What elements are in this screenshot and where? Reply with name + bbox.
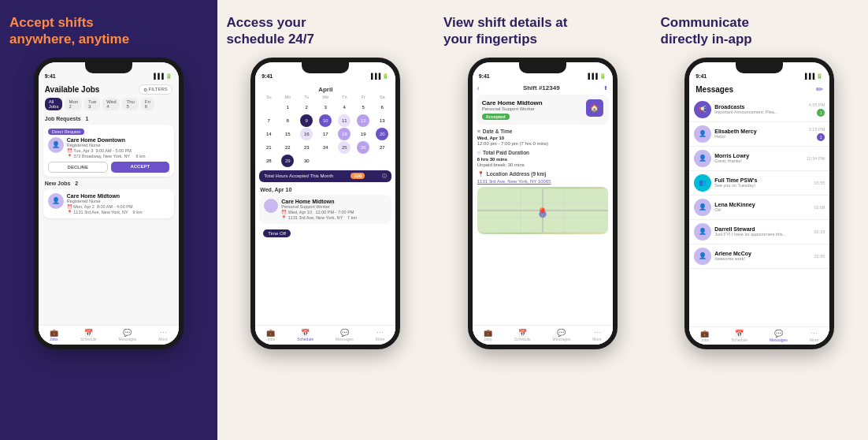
msg-item-broadcasts[interactable]: 📢 Broadcasts Important Announcement: Ple… bbox=[689, 98, 829, 122]
compose-icon[interactable]: ✏ bbox=[816, 84, 823, 95]
p2-nav-schedule[interactable]: 📅Schedule bbox=[297, 329, 313, 341]
msg-item-lena[interactable]: 👤 Lena McKinney Ok! 02:08 bbox=[689, 196, 829, 220]
cal-cell-11[interactable]: 11 bbox=[338, 114, 351, 127]
cal-cell[interactable]: 8 bbox=[281, 114, 294, 127]
cal-cell-29[interactable]: 29 bbox=[281, 155, 294, 167]
cal-cell[interactable]: 7 bbox=[262, 114, 275, 127]
tab-wed[interactable]: Wed4 bbox=[102, 98, 120, 110]
tab-tue[interactable]: Tue3 bbox=[84, 98, 100, 110]
cal-cell[interactable]: 1 bbox=[281, 101, 294, 114]
p3-nav-more[interactable]: ⋯More bbox=[592, 329, 601, 341]
cal-cell[interactable]: 6 bbox=[376, 101, 388, 114]
status-icons-2: ▐▐▐ 🔋 bbox=[369, 73, 389, 80]
p1-available-jobs-title: Available Jobs bbox=[45, 85, 100, 94]
p4-nav-schedule[interactable]: 📅Schedule bbox=[731, 330, 747, 342]
cal-cell[interactable]: 22 bbox=[281, 141, 294, 154]
p2-nav-jobs[interactable]: 💼Jobs bbox=[266, 329, 275, 341]
p3-duration-section: ○ Total Paid Duration 6 hrs 30 mins Unpa… bbox=[473, 148, 613, 170]
cal-cell[interactable]: 21 bbox=[262, 141, 275, 154]
p1-downtown-name: Care Home Downtown bbox=[67, 137, 146, 143]
accept-button[interactable]: ACCEPT bbox=[111, 162, 169, 173]
messages-icon-3: 💬 bbox=[553, 329, 571, 337]
p1-nav-messages[interactable]: 💬Messages bbox=[119, 329, 137, 341]
p1-filters-btn[interactable]: ⚙ FILTERS bbox=[139, 84, 172, 95]
p1-avatar-midtown: 👤 bbox=[48, 193, 64, 209]
p1-tabs: AllJobs Mon2 Tue3 Wed4 Thu5 Fri6 bbox=[39, 98, 179, 114]
p1-nav-more[interactable]: ⋯More bbox=[158, 329, 167, 341]
msg-item-darrell[interactable]: 👤 Darrell Steward Just FYI I have an app… bbox=[689, 220, 829, 244]
p2-job-card: Care Home Midtown Personal Support Worke… bbox=[259, 195, 391, 224]
cal-cell[interactable]: 4 bbox=[338, 101, 351, 114]
cal-cell[interactable] bbox=[262, 101, 275, 114]
p4-msg-list: 📢 Broadcasts Important Announcement: Ple… bbox=[689, 98, 829, 269]
cal-cell[interactable]: 14 bbox=[262, 128, 275, 140]
p3-nav-schedule[interactable]: 📅Schedule bbox=[514, 329, 531, 341]
tab-fri[interactable]: Fri6 bbox=[141, 98, 154, 110]
p1-card-midtown-row: 👤 Care Home Midtown Registered Nurse ⏰ M… bbox=[48, 193, 169, 214]
cal-cell[interactable]: 5 bbox=[357, 101, 369, 114]
share-icon[interactable]: ⬆ bbox=[603, 85, 608, 91]
p3-shift-id: Shift #12349 bbox=[483, 84, 600, 91]
cal-cell[interactable]: 24 bbox=[319, 141, 332, 154]
p1-bottom-nav: 💼Jobs 📅Schedule 💬Messages ⋯More bbox=[39, 325, 179, 345]
cal-cell[interactable]: 3 bbox=[319, 101, 332, 114]
msg-item-arlene[interactable]: 👤 Arlene McCoy Awesome work! 02:55 bbox=[689, 244, 829, 269]
p3-location-link[interactable]: 1131 3rd Ave, New York, NY 10065 bbox=[477, 179, 608, 184]
cal-cell[interactable]: 13 bbox=[376, 114, 388, 127]
p4-messages-title: Messages bbox=[696, 85, 733, 94]
phone-4-notch bbox=[736, 62, 783, 73]
jobs-icon-2: 💼 bbox=[266, 329, 275, 337]
cal-cell[interactable]: 19 bbox=[357, 128, 369, 140]
p4-nav-jobs[interactable]: 💼Jobs bbox=[700, 330, 709, 342]
schedule-icon: 📅 bbox=[80, 329, 97, 337]
cal-cell-12[interactable]: 12 bbox=[357, 114, 369, 127]
p2-job-info: Care Home Midtown Personal Support Worke… bbox=[281, 199, 357, 220]
msg-item-psw[interactable]: 👥 Full Time PSW's See you on Tuesday! 03… bbox=[689, 171, 829, 196]
cal-cell-16[interactable]: 16 bbox=[300, 128, 313, 140]
cal-cell[interactable]: 2 bbox=[300, 101, 313, 114]
p4-nav-more[interactable]: ⋯More bbox=[810, 330, 818, 342]
direct-request-badge: Direct Request bbox=[48, 129, 84, 135]
cal-cell[interactable]: 15 bbox=[281, 128, 294, 140]
p4-avatar-lena: 👤 bbox=[694, 199, 711, 216]
cal-cell[interactable]: 27 bbox=[376, 141, 388, 154]
cal-cell-today[interactable]: 9 bbox=[300, 114, 313, 127]
p3-duration-header: ○ Total Paid Duration bbox=[477, 150, 608, 155]
tab-thu[interactable]: Thu5 bbox=[122, 98, 138, 110]
p3-status-badge: Accepted bbox=[482, 114, 510, 120]
p2-time-off-btn[interactable]: Time Off bbox=[263, 229, 291, 237]
p2-nav-more[interactable]: ⋯More bbox=[376, 329, 384, 341]
p3-org-role: Personal Support Worker bbox=[482, 106, 543, 111]
cal-cell-18[interactable]: 18 bbox=[338, 128, 351, 140]
cal-cell[interactable]: 28 bbox=[262, 155, 275, 167]
cal-cell-selected[interactable]: 10 bbox=[319, 114, 332, 127]
p3-nav-messages[interactable]: 💬Messages bbox=[553, 329, 571, 341]
jobs-icon-4: 💼 bbox=[700, 330, 709, 337]
cal-cell[interactable]: 17 bbox=[319, 128, 332, 140]
cal-cell-20[interactable]: 20 bbox=[376, 128, 388, 140]
p2-nav-messages[interactable]: 💬Messages bbox=[336, 329, 354, 341]
p4-nav-messages[interactable]: 💬Messages bbox=[770, 330, 788, 342]
p4-avatar-psw: 👥 bbox=[694, 174, 711, 192]
back-button[interactable]: ‹ bbox=[477, 84, 480, 92]
p3-org-icon: 🏠 bbox=[586, 99, 603, 117]
p1-nav-jobs[interactable]: 💼Jobs bbox=[50, 329, 58, 341]
p4-avatar-darrell: 👤 bbox=[694, 223, 711, 241]
p1-nav-schedule[interactable]: 📅Schedule bbox=[80, 329, 97, 341]
cal-cell[interactable]: 30 bbox=[300, 155, 313, 167]
p3-location-label: Location Address (9 km) bbox=[487, 171, 547, 177]
panel-schedule: Access yourschedule 24/7 9:41 ▐▐▐ 🔋 Apri… bbox=[217, 0, 435, 440]
cal-cell-25[interactable]: 25 bbox=[338, 141, 351, 154]
phone-4-screen: 9:41 ▐▐▐ 🔋 Messages ✏ 📢 Broadcasts Impor… bbox=[689, 62, 829, 345]
msg-item-elisabeth[interactable]: 👤 Elisabeth Mercy Hello! 2:15 PM 1 bbox=[689, 122, 829, 147]
p2-bottom-nav: 💼Jobs 📅Schedule 💬Messages ⋯More bbox=[255, 325, 395, 345]
cal-cell[interactable]: 23 bbox=[300, 141, 313, 154]
p4-msg-time-lena: 02:08 bbox=[814, 205, 825, 210]
p3-nav-jobs[interactable]: 💼Jobs bbox=[484, 329, 492, 341]
msg-item-morris[interactable]: 👤 Morris Lowry Great, thanks! 12:34 PM bbox=[689, 147, 829, 171]
tab-all-jobs[interactable]: AllJobs bbox=[45, 98, 63, 110]
map-pin-icon: 📍 bbox=[536, 207, 548, 218]
cal-cell-26[interactable]: 26 bbox=[357, 141, 369, 154]
tab-mon[interactable]: Mon2 bbox=[65, 98, 82, 110]
decline-button[interactable]: DECLINE bbox=[48, 162, 108, 173]
